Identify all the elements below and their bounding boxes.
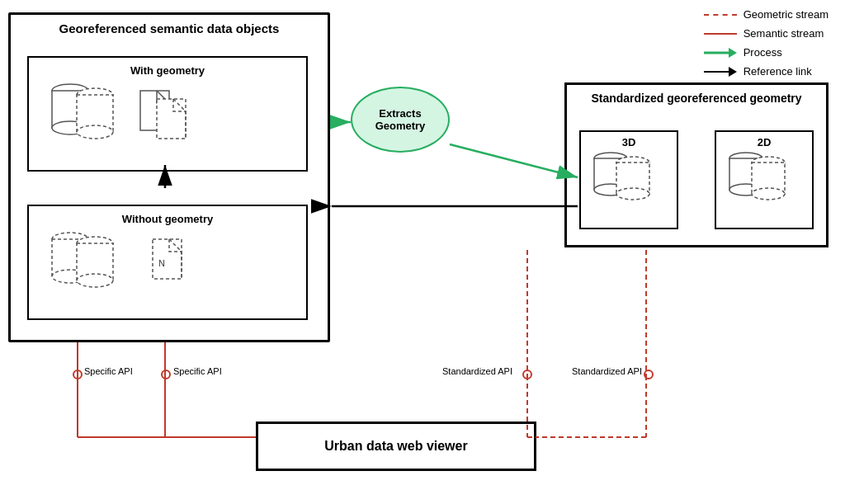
svg-point-21 — [616, 188, 649, 200]
main-right-title: Standardized georeferenced geometry — [567, 92, 826, 105]
legend-process: Process — [704, 46, 828, 59]
legend: Geometric stream Semantic stream Process… — [704, 8, 828, 78]
legend-process-label: Process — [744, 46, 782, 59]
legend-reference-label: Reference link — [744, 65, 812, 78]
process-ellipse: ExtractsGeometry — [351, 87, 450, 153]
urban-title: Urban data web viewer — [324, 439, 467, 454]
box-3d: 3D — [579, 130, 678, 229]
without-geom-icons: N — [45, 227, 293, 318]
black-arrow-icon — [704, 66, 737, 78]
without-geometry-box: Without geometry N — [27, 205, 308, 320]
api-circle-4 — [644, 370, 654, 379]
with-geometry-title: With geometry — [29, 64, 306, 77]
diagram-container: Geometric stream Semantic stream Process… — [0, 0, 845, 504]
svg-text:N: N — [158, 258, 165, 268]
legend-semantic-label: Semantic stream — [744, 27, 824, 40]
box-2d-label: 2D — [758, 136, 772, 148]
main-left-box: Georeferenced semantic data objects With… — [8, 12, 330, 342]
with-geometry-box: With geometry — [27, 56, 308, 172]
with-geom-icons — [45, 78, 293, 169]
svg-line-32 — [450, 144, 578, 177]
svg-rect-7 — [157, 99, 186, 139]
green-arrow-icon — [704, 47, 737, 59]
dashed-line-icon — [704, 14, 737, 16]
3d-cylinders — [588, 148, 670, 214]
main-right-box: Standardized georeferenced geometry 3D 2… — [564, 82, 828, 247]
box-3d-label: 3D — [622, 136, 636, 148]
api-circle-2 — [161, 370, 171, 379]
svg-rect-14 — [153, 239, 182, 279]
api-circle-1 — [73, 370, 83, 379]
legend-geometric-label: Geometric stream — [744, 8, 828, 21]
svg-point-5 — [77, 125, 113, 139]
legend-geometric-stream: Geometric stream — [704, 8, 828, 21]
without-geometry-title: Without geometry — [29, 213, 306, 225]
api-circle-3 — [522, 370, 532, 379]
standardized-api-label-1: Standardized API — [442, 366, 512, 376]
process-label: ExtractsGeometry — [375, 107, 426, 132]
main-left-title: Georeferenced semantic data objects — [11, 21, 328, 35]
svg-point-27 — [752, 188, 785, 200]
solid-line-icon — [704, 33, 737, 35]
specific-api-label-2: Specific API — [173, 366, 222, 376]
2d-cylinders — [723, 148, 805, 214]
standardized-api-label-2: Standardized API — [572, 366, 642, 376]
svg-point-13 — [77, 274, 113, 287]
urban-box: Urban data web viewer — [256, 422, 536, 471]
box-2d: 2D — [715, 130, 814, 229]
legend-reference-link: Reference link — [704, 65, 828, 78]
specific-api-label-1: Specific API — [84, 366, 133, 376]
legend-semantic-stream: Semantic stream — [704, 27, 828, 40]
